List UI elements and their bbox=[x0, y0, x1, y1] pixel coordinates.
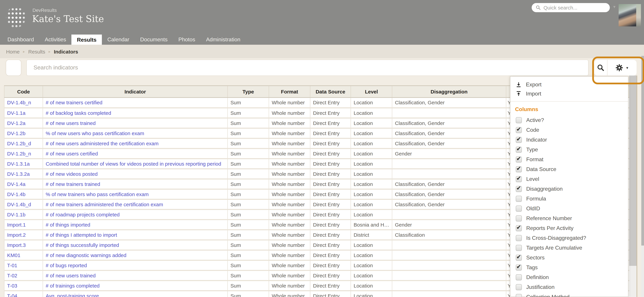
indicator-name-link[interactable]: # of new trainers trained bbox=[46, 181, 100, 187]
indicator-name-link[interactable]: Combined total number of views for video… bbox=[46, 161, 221, 166]
devresults-logo-icon[interactable] bbox=[6, 7, 26, 28]
checkbox-checked-icon[interactable] bbox=[516, 127, 522, 133]
page-scrollbar[interactable] bbox=[641, 56, 644, 297]
indicator-name-link[interactable]: # of new trainers administered the certi… bbox=[46, 201, 163, 207]
breadcrumb-results[interactable]: Results bbox=[28, 49, 45, 54]
indicator-name-link[interactable]: # of new trainers certified bbox=[46, 100, 102, 106]
column-header-indicator[interactable]: Indicator bbox=[43, 86, 228, 98]
search-button[interactable] bbox=[594, 60, 608, 76]
indicator-name-link[interactable]: % of new users who pass certification ex… bbox=[46, 130, 144, 136]
indicator-name-link[interactable]: # of roadmap projects completed bbox=[46, 211, 120, 217]
column-header-level[interactable]: Level bbox=[351, 86, 392, 98]
column-toggle-targets-are-cumulative[interactable]: Targets Are Cumulative bbox=[510, 243, 628, 253]
gear-button[interactable]: ▼ bbox=[608, 60, 636, 76]
indicator-name-link[interactable]: # of new users trained bbox=[46, 120, 96, 126]
import-menu-item[interactable]: Import bbox=[510, 89, 628, 98]
checkbox-unchecked-icon[interactable] bbox=[516, 284, 522, 290]
page-scrollbar-thumb[interactable] bbox=[641, 56, 644, 245]
indicator-name-link[interactable]: # of new diagnostic warnings added bbox=[46, 252, 126, 258]
indicator-code-link[interactable]: Import.2 bbox=[7, 232, 26, 237]
column-toggle-formula[interactable]: Formula bbox=[510, 194, 628, 203]
indicator-code-link[interactable]: Import.1 bbox=[7, 222, 26, 227]
checkbox-checked-icon[interactable] bbox=[516, 156, 522, 162]
checkbox-unchecked-icon[interactable] bbox=[516, 274, 522, 280]
checkbox-checked-icon[interactable] bbox=[516, 186, 522, 192]
indicator-name-link[interactable]: # of new users trained bbox=[46, 272, 96, 278]
checkbox-checked-icon[interactable] bbox=[516, 166, 522, 172]
indicator-name-link[interactable]: # of things imported bbox=[46, 222, 90, 227]
indicator-name-link[interactable]: # of bugs reported bbox=[46, 262, 87, 268]
checkbox-checked-icon[interactable] bbox=[516, 176, 522, 182]
checkbox-unchecked-icon[interactable] bbox=[516, 196, 522, 202]
checkbox-checked-icon[interactable] bbox=[516, 137, 522, 143]
indicator-code-link[interactable]: DV-1.4b bbox=[7, 191, 26, 197]
indicator-code-link[interactable]: KM01 bbox=[7, 252, 20, 258]
indicator-name-link[interactable]: # of trainings completed bbox=[46, 282, 100, 288]
indicator-code-link[interactable]: DV-1.3.1a bbox=[7, 161, 30, 166]
column-toggle-sectors[interactable]: Sectors bbox=[510, 253, 628, 262]
export-menu-item[interactable]: Export bbox=[510, 80, 628, 89]
indicator-search-input[interactable]: Search indicators bbox=[26, 60, 588, 76]
column-header-code[interactable]: Code bbox=[4, 86, 43, 98]
checkbox-unchecked-icon[interactable] bbox=[516, 205, 522, 211]
indicator-name-link[interactable]: # of things I attempted to import bbox=[46, 232, 117, 237]
column-toggle-collection-method[interactable]: Collection Method bbox=[510, 292, 628, 297]
indicator-code-link[interactable]: T-01 bbox=[7, 262, 17, 268]
checkbox-checked-icon[interactable] bbox=[516, 254, 522, 261]
column-toggle-active-[interactable]: Active? bbox=[510, 115, 628, 125]
indicator-name-link[interactable]: # of things successfully imported bbox=[46, 242, 119, 248]
indicator-code-link[interactable]: T-02 bbox=[7, 272, 17, 278]
checkbox-checked-icon[interactable] bbox=[516, 264, 522, 270]
quick-search-input[interactable]: Quick search... bbox=[532, 3, 610, 12]
indicator-name-link[interactable]: % of new trainers who pass certification… bbox=[46, 191, 149, 197]
indicator-code-link[interactable]: T-04 bbox=[7, 293, 17, 297]
column-toggle-reports-per-activity[interactable]: Reports Per Activity bbox=[510, 223, 628, 233]
user-avatar[interactable] bbox=[618, 4, 641, 27]
column-toggle-definition[interactable]: Definition bbox=[510, 272, 628, 282]
checkbox-unchecked-icon[interactable] bbox=[516, 117, 522, 123]
indicator-code-link[interactable]: DV-1.4b_d bbox=[7, 201, 31, 207]
checkbox-unchecked-icon[interactable] bbox=[516, 235, 522, 241]
indicator-code-link[interactable]: DV-1.2b_n bbox=[7, 151, 31, 156]
indicator-code-link[interactable]: DV-1.4a bbox=[7, 181, 26, 187]
column-toggle-format[interactable]: Format bbox=[510, 154, 628, 164]
column-toggle-justification[interactable]: Justification bbox=[510, 282, 628, 292]
column-header-data-source[interactable]: Data Source bbox=[310, 86, 351, 98]
column-toggle-indicator[interactable]: Indicator bbox=[510, 135, 628, 145]
column-toggle-data-source[interactable]: Data Source bbox=[510, 164, 628, 174]
indicator-code-link[interactable]: DV-1.1a bbox=[7, 110, 26, 116]
column-toggle-reference-number[interactable]: Reference Number bbox=[510, 213, 628, 223]
indicator-name-link[interactable]: # of backlog tasks completed bbox=[46, 110, 111, 116]
user-menu-caret-icon[interactable]: ▼ bbox=[612, 5, 616, 9]
indicator-name-link[interactable]: Avg. post-training score bbox=[46, 293, 99, 297]
indicator-name-link[interactable]: # of new users administered the certific… bbox=[46, 140, 158, 146]
indicator-code-link[interactable]: DV-1.2b_d bbox=[7, 140, 31, 146]
checkbox-checked-icon[interactable] bbox=[516, 146, 522, 153]
indicator-name-link[interactable]: # of new videos posted bbox=[46, 171, 98, 177]
table-scrollbar[interactable] bbox=[629, 76, 636, 297]
column-toggle-type[interactable]: Type bbox=[510, 145, 628, 154]
indicator-code-link[interactable]: DV-1.3.2a bbox=[7, 171, 30, 177]
menu-button[interactable] bbox=[6, 60, 21, 76]
indicator-code-link[interactable]: T-03 bbox=[7, 282, 17, 288]
indicator-code-link[interactable]: DV-1.1b bbox=[7, 211, 26, 217]
column-toggle-oldid[interactable]: OldID bbox=[510, 203, 628, 213]
indicator-code-link[interactable]: DV-1.2a bbox=[7, 120, 26, 126]
column-header-format[interactable]: Format bbox=[269, 86, 310, 98]
indicator-code-link[interactable]: Import.3 bbox=[7, 242, 26, 248]
checkbox-checked-icon[interactable] bbox=[516, 225, 522, 231]
column-toggle-tags[interactable]: Tags bbox=[510, 262, 628, 272]
checkbox-unchecked-icon[interactable] bbox=[516, 215, 522, 221]
column-toggle-is-cross-disaggregated-[interactable]: Is Cross-Disaggregated? bbox=[510, 233, 628, 243]
checkbox-unchecked-icon[interactable] bbox=[516, 294, 522, 297]
column-header-disaggregation[interactable]: Disaggregation bbox=[392, 86, 506, 98]
column-toggle-disaggregation[interactable]: Disaggregation bbox=[510, 184, 628, 194]
indicator-name-link[interactable]: # of new users certified bbox=[46, 151, 98, 156]
checkbox-unchecked-icon[interactable] bbox=[516, 245, 522, 251]
indicator-code-link[interactable]: DV-1.2b bbox=[7, 130, 26, 136]
column-toggle-level[interactable]: Level bbox=[510, 174, 628, 184]
indicator-code-link[interactable]: DV-1.4b_n bbox=[7, 100, 31, 106]
column-header-type[interactable]: Type bbox=[228, 86, 269, 98]
column-toggle-code[interactable]: Code bbox=[510, 125, 628, 135]
table-scrollbar-thumb[interactable] bbox=[629, 76, 636, 266]
